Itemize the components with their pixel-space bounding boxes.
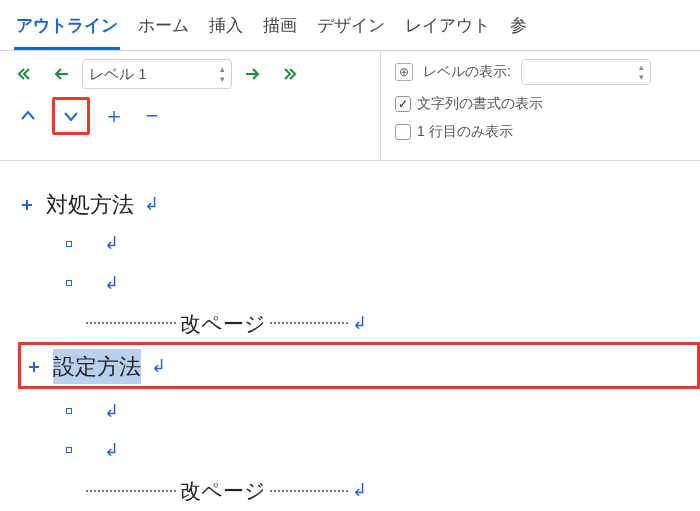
outline-body-bullet [66, 408, 72, 414]
demote-to-body-button[interactable] [276, 62, 300, 86]
show-level-label: レベルの表示: [423, 63, 511, 81]
move-up-button[interactable] [14, 102, 42, 130]
outline-expand-icon[interactable] [18, 196, 36, 214]
show-formatting-label: 文字列の書式の表示 [417, 95, 543, 113]
first-line-only-checkbox[interactable] [395, 124, 411, 140]
outline-body-bullet [66, 241, 72, 247]
tab-outline[interactable]: アウトライン [14, 10, 120, 50]
pagebreak-line [86, 490, 176, 492]
paragraph-mark-icon: ↲ [352, 476, 367, 505]
pagebreak-line [86, 322, 176, 324]
paragraph-mark-icon: ↲ [104, 229, 119, 258]
paragraph-mark-icon: ↲ [151, 352, 166, 381]
outline-level-select[interactable]: レベル 1 ▴▾ [82, 59, 232, 89]
outline-document[interactable]: 対処方法↲ ↲ ↲ 改ページ ↲ 設定方法↲ ↲ ↲ 改ページ ↲ − よくある… [0, 161, 700, 511]
paragraph-mark-icon: ↲ [352, 309, 367, 338]
collapse-button[interactable]: − [138, 102, 166, 130]
show-formatting-checkbox[interactable] [395, 96, 411, 112]
level-stepper[interactable]: ▴▾ [220, 64, 225, 84]
pagebreak-label: 改ページ [180, 474, 266, 508]
tab-design[interactable]: デザイン [315, 10, 387, 50]
tab-references[interactable]: 参 [508, 10, 529, 50]
pagebreak-label: 改ページ [180, 307, 266, 341]
show-level-stepper[interactable]: ▴▾ [639, 62, 644, 82]
outline-heading-1[interactable]: 対処方法 [46, 187, 134, 222]
pagebreak-line [270, 490, 348, 492]
outline-heading-2[interactable]: 設定方法 [53, 349, 141, 384]
paragraph-mark-icon: ↲ [104, 436, 119, 465]
outline-expand-icon[interactable] [25, 358, 43, 376]
outline-body-bullet [66, 280, 72, 286]
paragraph-mark-icon: ↲ [104, 397, 119, 426]
tab-insert[interactable]: 挿入 [207, 10, 245, 50]
outline-body-bullet [66, 447, 72, 453]
tab-home[interactable]: ホーム [136, 10, 191, 50]
expand-button[interactable]: ＋ [100, 102, 128, 130]
promote-button[interactable] [48, 62, 72, 86]
minus-icon: − [146, 103, 159, 129]
paragraph-mark-icon: ↲ [104, 269, 119, 298]
tab-draw[interactable]: 描画 [261, 10, 299, 50]
show-level-select[interactable]: ▴▾ [521, 59, 651, 85]
outline-level-value: レベル 1 [89, 65, 147, 84]
show-level-icon: ⊕ [395, 63, 413, 81]
highlight-selected-heading: 設定方法↲ [18, 342, 700, 389]
pagebreak-line [270, 322, 348, 324]
move-down-button[interactable] [57, 102, 85, 130]
highlight-move-down [52, 97, 90, 135]
demote-button[interactable] [242, 62, 266, 86]
plus-icon: ＋ [103, 101, 125, 131]
first-line-only-label: 1 行目のみ表示 [417, 123, 513, 141]
tab-layout[interactable]: レイアウト [403, 10, 492, 50]
paragraph-mark-icon: ↲ [144, 190, 159, 219]
promote-to-heading1-button[interactable] [14, 62, 38, 86]
